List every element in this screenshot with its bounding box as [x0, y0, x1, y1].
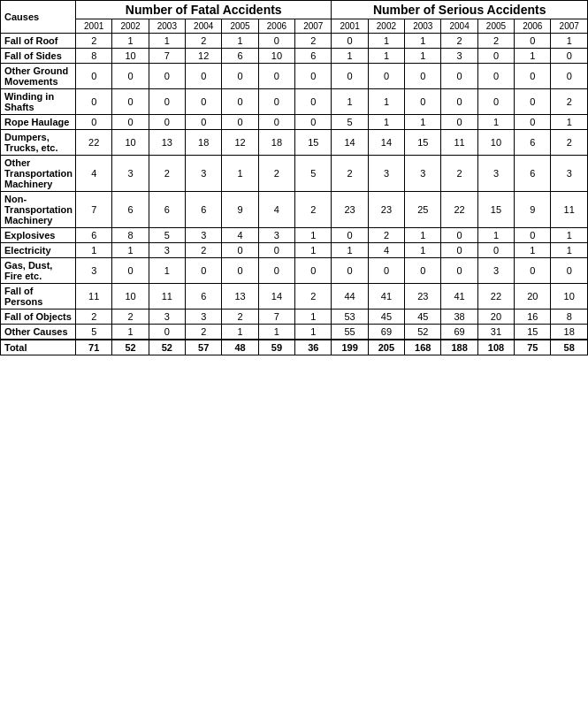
serious-cell: 2 [441, 34, 477, 49]
serious-cell: 205 [368, 340, 404, 355]
fatal-cell: 0 [186, 89, 222, 115]
fatal-cell: 3 [76, 258, 112, 284]
fatal-cell: 0 [222, 243, 258, 258]
serious-cell: 14 [332, 130, 368, 156]
serious-cell: 1 [551, 34, 588, 49]
serious-cell: 0 [332, 228, 368, 243]
cause-label-4: Rope Haulage [1, 115, 76, 130]
table-row: Winding in Shafts00000001100002 [1, 89, 588, 115]
fatal-cell: 1 [222, 156, 258, 192]
table-row: Other Ground Movements00000000000000 [1, 64, 588, 89]
fatal-cell: 4 [222, 228, 258, 243]
fatal-cell: 3 [258, 228, 294, 243]
serious-cell: 1 [368, 49, 404, 64]
serious-cell: 1 [405, 228, 441, 243]
serious-cell: 25 [405, 192, 441, 228]
serious-cell: 69 [441, 325, 477, 340]
fatal-cell: 0 [76, 115, 112, 130]
serious-cell: 15 [515, 325, 551, 340]
year-header-fatal-2004: 2004 [186, 19, 222, 34]
cause-label-14: Total [1, 340, 76, 355]
table-row: Fall of Sides81071261061113010 [1, 49, 588, 64]
fatal-cell: 2 [76, 310, 112, 325]
fatal-cell: 0 [76, 89, 112, 115]
accidents-table: Causes Number of Fatal Accidents Number … [0, 0, 588, 355]
fatal-cell: 2 [295, 284, 332, 310]
serious-cell: 23 [405, 284, 441, 310]
year-header-fatal-2003: 2003 [149, 19, 185, 34]
fatal-cell: 0 [186, 115, 222, 130]
year-header-serious-2002: 2002 [368, 19, 404, 34]
year-header-fatal-2006: 2006 [258, 19, 294, 34]
serious-cell: 1 [368, 89, 404, 115]
serious-cell: 0 [405, 64, 441, 89]
serious-cell: 55 [332, 325, 368, 340]
serious-cell: 188 [441, 340, 477, 355]
table-row: Explosives68534310210101 [1, 228, 588, 243]
serious-cell: 2 [551, 89, 588, 115]
serious-cell: 23 [368, 192, 404, 228]
fatal-cell: 1 [149, 34, 185, 49]
fatal-cell: 0 [222, 258, 258, 284]
cause-label-0: Fall of Roof [1, 34, 76, 49]
serious-cell: 1 [515, 49, 551, 64]
serious-cell: 15 [405, 130, 441, 156]
table-row: Rope Haulage00000005110101 [1, 115, 588, 130]
fatal-cell: 0 [258, 243, 294, 258]
serious-cell: 69 [368, 325, 404, 340]
serious-cell: 0 [441, 258, 477, 284]
serious-cell: 1 [551, 115, 588, 130]
serious-cell: 1 [332, 243, 368, 258]
fatal-cell: 6 [186, 192, 222, 228]
fatal-cell: 52 [112, 340, 149, 355]
fatal-cell: 10 [258, 49, 294, 64]
year-header-fatal-2005: 2005 [222, 19, 258, 34]
serious-cell: 0 [515, 258, 551, 284]
serious-cell: 2 [368, 228, 404, 243]
serious-cell: 41 [368, 284, 404, 310]
fatal-cell: 6 [186, 284, 222, 310]
fatal-cell: 9 [222, 192, 258, 228]
fatal-cell: 2 [76, 34, 112, 49]
serious-cell: 18 [551, 325, 588, 340]
fatal-cell: 3 [186, 228, 222, 243]
fatal-cell: 3 [186, 156, 222, 192]
fatal-cell: 2 [112, 310, 149, 325]
serious-cell: 1 [405, 49, 441, 64]
fatal-cell: 71 [76, 340, 112, 355]
serious-cell: 31 [477, 325, 514, 340]
main-table-container: Causes Number of Fatal Accidents Number … [0, 0, 588, 355]
serious-cell: 9 [515, 192, 551, 228]
serious-cell: 1 [332, 89, 368, 115]
fatal-cell: 6 [222, 49, 258, 64]
serious-cell: 168 [405, 340, 441, 355]
fatal-cell: 1 [149, 258, 185, 284]
serious-cell: 1 [477, 115, 514, 130]
fatal-cell: 7 [258, 310, 294, 325]
serious-cell: 0 [515, 115, 551, 130]
fatal-cell: 8 [112, 228, 149, 243]
fatal-cell: 22 [76, 130, 112, 156]
fatal-cell: 14 [258, 284, 294, 310]
serious-cell: 0 [441, 115, 477, 130]
fatal-cell: 0 [76, 64, 112, 89]
fatal-cell: 7 [149, 49, 185, 64]
fatal-cell: 0 [258, 64, 294, 89]
fatal-cell: 0 [222, 89, 258, 115]
fatal-cell: 0 [258, 89, 294, 115]
serious-cell: 38 [441, 310, 477, 325]
serious-cell: 75 [515, 340, 551, 355]
fatal-cell: 3 [149, 243, 185, 258]
table-row: Other Causes510211155695269311518 [1, 325, 588, 340]
serious-cell: 8 [551, 310, 588, 325]
serious-cell: 1 [332, 49, 368, 64]
fatal-cell: 0 [222, 115, 258, 130]
fatal-cell: 1 [222, 34, 258, 49]
table-row: Fall of Roof21121020112201 [1, 34, 588, 49]
fatal-cell: 11 [76, 284, 112, 310]
year-header-serious-2004: 2004 [441, 19, 477, 34]
serious-cell: 3 [441, 49, 477, 64]
fatal-cell: 48 [222, 340, 258, 355]
serious-cell: 1 [551, 228, 588, 243]
causes-header: Causes [1, 1, 76, 34]
